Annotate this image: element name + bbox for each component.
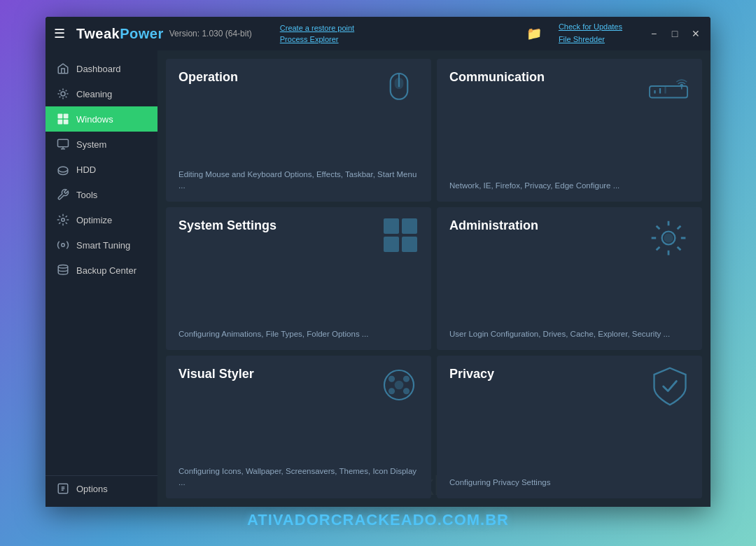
app-version: Version: 1.030 (64-bit) xyxy=(169,29,252,38)
hamburger-menu[interactable]: ☰ xyxy=(54,26,65,41)
svg-point-8 xyxy=(62,244,65,247)
palette-icon xyxy=(379,365,419,405)
svg-rect-1 xyxy=(58,114,63,119)
sidebar-label-smart-tuning: Smart Tuning xyxy=(76,240,130,251)
svg-point-6 xyxy=(58,167,68,172)
sidebar-item-optimize[interactable]: Optimize xyxy=(46,207,158,232)
content-area: TweakPower Operation Editing Mouse and K… xyxy=(158,50,710,507)
windows-nav-icon xyxy=(57,113,69,125)
svg-rect-21 xyxy=(402,218,417,234)
close-button[interactable]: ✕ xyxy=(690,27,702,40)
sidebar-label-tools: Tools xyxy=(76,190,97,200)
shield-icon xyxy=(650,365,690,407)
titlebar: ☰ TweakPower Version: 1.030 (64-bit) Cre… xyxy=(46,17,710,50)
sidebar-label-cleaning: Cleaning xyxy=(76,89,112,99)
svg-point-18 xyxy=(680,85,682,87)
sidebar-item-tools[interactable]: Tools xyxy=(46,182,158,207)
sidebar-item-dashboard[interactable]: Dashboard xyxy=(46,56,158,81)
tile-system-settings[interactable]: System Settings Configuring Animations, … xyxy=(166,207,431,350)
svg-point-0 xyxy=(61,92,65,96)
minimize-button[interactable]: − xyxy=(648,27,660,40)
backup-icon xyxy=(57,264,69,276)
sidebar: Dashboard Cleaning xyxy=(46,50,158,507)
restore-point-link[interactable]: Create a restore point xyxy=(280,22,354,34)
titlebar-links: Create a restore point Process Explorer xyxy=(280,22,354,46)
folder-icon: 📁 xyxy=(526,26,542,41)
tile-privacy-desc: Configuring Privacy Settings xyxy=(449,477,690,489)
tile-visual-styler-desc: Configuring Icons, Wallpaper, Screensave… xyxy=(178,465,419,489)
svg-rect-5 xyxy=(58,139,69,147)
sidebar-bottom: Options xyxy=(46,475,158,501)
sidebar-item-hdd[interactable]: HDD xyxy=(46,157,158,182)
svg-rect-2 xyxy=(64,114,69,119)
sidebar-item-options[interactable]: Options xyxy=(46,476,158,501)
svg-point-25 xyxy=(664,234,672,241)
tile-communication-desc: Network, IE, Firefox, Privacy, Edge Conf… xyxy=(449,180,690,192)
maximize-button[interactable]: □ xyxy=(668,27,681,40)
svg-point-29 xyxy=(389,388,394,393)
sidebar-label-system: System xyxy=(76,139,106,150)
sidebar-item-system[interactable]: System xyxy=(46,132,158,157)
svg-rect-22 xyxy=(384,237,399,252)
tile-operation-desc: Editing Mouse and Keyboard Options, Effe… xyxy=(178,169,419,192)
svg-point-31 xyxy=(396,382,403,389)
svg-point-7 xyxy=(62,218,65,222)
app-window: ☰ TweakPower Version: 1.030 (64-bit) Cre… xyxy=(46,17,710,507)
sidebar-label-hdd: HDD xyxy=(76,164,96,175)
home-icon xyxy=(57,62,69,75)
system-icon xyxy=(57,138,69,150)
check-updates-link[interactable]: Check for Updates xyxy=(559,21,622,34)
sidebar-label-options: Options xyxy=(76,484,108,494)
network-icon xyxy=(648,69,690,104)
titlebar-right: 📁 Check for Updates File Shredder − □ ✕ xyxy=(526,21,702,46)
hdd-icon xyxy=(57,163,69,176)
sidebar-item-smart-tuning[interactable]: Smart Tuning xyxy=(46,232,158,258)
footer-watermark: ATIVADORCRACKEADO.COM.BR xyxy=(46,511,710,529)
main-content: Dashboard Cleaning xyxy=(46,50,710,507)
sidebar-label-optimize: Optimize xyxy=(76,215,112,225)
tile-privacy[interactable]: Privacy Configuring Privacy Settings xyxy=(437,356,702,498)
gear-icon xyxy=(648,217,690,259)
svg-point-28 xyxy=(404,377,409,382)
svg-point-27 xyxy=(389,377,394,382)
mouse-icon xyxy=(379,69,419,108)
sidebar-item-cleaning[interactable]: Cleaning xyxy=(46,81,158,106)
file-shredder-link[interactable]: File Shredder xyxy=(559,34,622,46)
options-icon xyxy=(57,482,69,495)
sidebar-label-windows: Windows xyxy=(76,114,113,125)
tile-visual-styler[interactable]: Visual Styler Configuring Icons, Wallpap… xyxy=(166,356,431,498)
tile-communication[interactable]: Communication xyxy=(437,59,702,202)
sidebar-label-dashboard: Dashboard xyxy=(76,64,121,74)
app-logo: TweakPower xyxy=(76,26,164,42)
svg-point-9 xyxy=(58,265,68,269)
svg-rect-3 xyxy=(58,120,63,125)
optimize-icon xyxy=(57,214,69,226)
tile-administration[interactable]: Administration User Login Configuration,… xyxy=(437,207,702,350)
window-controls: − □ ✕ xyxy=(648,27,702,40)
svg-point-30 xyxy=(404,388,409,393)
tile-administration-desc: User Login Configuration, Drives, Cache,… xyxy=(449,328,690,340)
smart-tuning-icon xyxy=(57,239,69,251)
svg-rect-23 xyxy=(402,237,417,252)
sidebar-item-backup-center[interactable]: Backup Center xyxy=(46,258,158,283)
tools-icon xyxy=(57,188,69,201)
svg-rect-20 xyxy=(384,218,399,234)
titlebar-actions: Check for Updates File Shredder xyxy=(559,21,622,46)
svg-rect-13 xyxy=(396,78,403,88)
sidebar-label-backup-center: Backup Center xyxy=(76,265,136,276)
windows-logo-icon xyxy=(382,217,419,253)
sidebar-item-windows[interactable]: Windows xyxy=(46,106,158,132)
svg-rect-4 xyxy=(64,120,69,125)
tile-operation[interactable]: Operation Editing Mouse and Keyboard Opt… xyxy=(166,59,431,202)
tile-system-settings-desc: Configuring Animations, File Types, Fold… xyxy=(178,328,419,340)
process-explorer-link[interactable]: Process Explorer xyxy=(280,34,354,46)
cleaning-icon xyxy=(57,88,69,100)
